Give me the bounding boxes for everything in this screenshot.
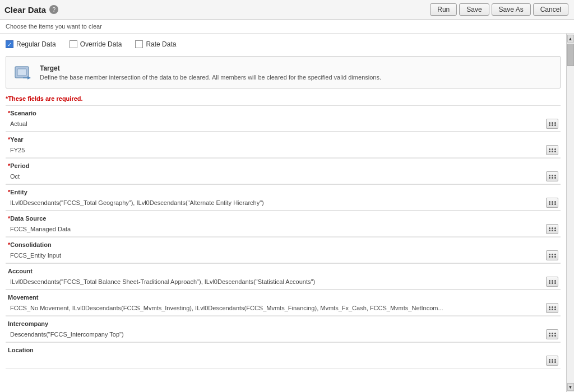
field-period-btn[interactable]: [546, 171, 558, 181]
checkbox-row: Regular Data Override Data Rate Data: [6, 38, 561, 50]
field-account-btn[interactable]: [546, 277, 558, 287]
required-note: *These fields are required.: [6, 95, 561, 102]
field-datasource-value: FCCS_Managed Data: [10, 226, 546, 232]
target-description: Define the base member intersection of t…: [40, 74, 381, 81]
checkbox-rate-data[interactable]: Rate Data: [135, 40, 176, 48]
run-button[interactable]: Run: [430, 3, 457, 16]
help-icon[interactable]: ?: [49, 5, 58, 14]
field-btn-icon: [549, 333, 556, 337]
field-intercompany-section: Intercompany Descendants("FCCS_Intercomp…: [6, 316, 561, 342]
checkbox-regular-data-label: Regular Data: [16, 40, 56, 48]
svg-marker-3: [27, 76, 31, 80]
field-intercompany-row: Descendants("FCCS_Intercompany Top"): [6, 328, 561, 342]
field-year-btn[interactable]: [546, 145, 558, 155]
checkbox-rate-data-box[interactable]: [135, 40, 143, 48]
field-consolidation-label: Consolidation: [6, 240, 561, 249]
field-account-label: Account: [6, 266, 561, 276]
field-scenario-btn[interactable]: [546, 119, 558, 129]
target-label: Target: [40, 64, 381, 72]
field-scenario-value: Actual: [10, 120, 546, 127]
field-entity-row: ILvl0Descendants("FCCS_Total Geography")…: [6, 197, 561, 211]
field-account-row: ILvl0Descendants("FCCS_Total Balance She…: [6, 276, 561, 290]
field-btn-icon: [549, 254, 556, 258]
field-movement-value: FCCS_No Movement, ILvl0Descendants(FCCS_…: [10, 305, 546, 311]
field-btn-icon: [549, 148, 556, 152]
field-btn-icon: [549, 122, 556, 126]
sub-header-text: Choose the items you want to clear: [6, 23, 102, 30]
sub-header: Choose the items you want to clear: [0, 20, 574, 34]
field-scenario-section: Scenario Actual: [6, 105, 561, 132]
field-datasource-label: Data Source: [6, 213, 561, 223]
field-btn-icon: [549, 280, 556, 284]
cancel-button[interactable]: Cancel: [533, 3, 568, 16]
field-period-section: Period Oct: [6, 158, 561, 184]
field-intercompany-btn[interactable]: [546, 329, 558, 339]
save-as-button[interactable]: Save As: [492, 3, 531, 16]
checkbox-override-data-box[interactable]: [70, 40, 77, 48]
fields-container: Scenario Actual Year: [6, 105, 561, 368]
field-intercompany-value: Descendants("FCCS_Intercompany Top"): [10, 331, 546, 338]
field-entity-label: Entity: [6, 187, 561, 197]
field-year-section: Year FY25: [6, 132, 561, 158]
field-account-section: Account ILvl0Descendants("FCCS_Total Bal…: [6, 263, 561, 290]
field-scenario-row: Actual: [6, 118, 561, 132]
header-bar: Clear Data ? Run Save Save As Cancel: [0, 0, 574, 20]
field-btn-icon: [549, 359, 556, 363]
page-wrapper: Clear Data ? Run Save Save As Cancel Cho…: [0, 0, 574, 392]
checkbox-rate-data-label: Rate Data: [146, 40, 176, 48]
header-left: Clear Data ?: [4, 5, 58, 15]
field-movement-section: Movement FCCS_No Movement, ILvl0Descenda…: [6, 290, 561, 316]
field-consolidation-section: Consolidation FCCS_Entity Input: [6, 237, 561, 263]
field-entity-btn[interactable]: [546, 198, 558, 208]
field-entity-section: Entity ILvl0Descendants("FCCS_Total Geog…: [6, 184, 561, 211]
target-icon: [13, 62, 33, 82]
field-entity-value: ILvl0Descendants("FCCS_Total Geography")…: [10, 199, 546, 206]
field-movement-label: Movement: [6, 292, 561, 302]
field-scenario-label: Scenario: [6, 108, 561, 118]
scrollbar-up[interactable]: ▲: [567, 35, 574, 43]
field-year-row: FY25: [6, 144, 561, 158]
checkbox-regular-data-box[interactable]: [6, 40, 13, 48]
field-intercompany-label: Intercompany: [6, 319, 561, 328]
field-consolidation-btn[interactable]: [546, 250, 558, 260]
field-movement-row: FCCS_No Movement, ILvl0Descendants(FCCS_…: [6, 302, 561, 316]
page-title: Clear Data: [4, 5, 46, 15]
field-btn-icon: [549, 227, 556, 231]
field-location-label: Location: [6, 345, 561, 354]
field-btn-icon: [549, 306, 556, 310]
field-btn-icon: [549, 201, 556, 205]
field-consolidation-row: FCCS_Entity Input: [6, 249, 561, 263]
content-area: Regular Data Override Data Rate Data: [0, 34, 566, 392]
field-period-row: Oct: [6, 170, 561, 184]
field-period-label: Period: [6, 161, 561, 170]
field-period-value: Oct: [10, 173, 546, 180]
field-year-value: FY25: [10, 147, 546, 153]
field-consolidation-value: FCCS_Entity Input: [10, 252, 546, 259]
scrollbar-down[interactable]: ▼: [567, 383, 574, 391]
target-info: Target Define the base member intersecti…: [40, 64, 381, 81]
scrollbar-thumb[interactable]: [567, 44, 574, 66]
field-datasource-btn[interactable]: [546, 224, 558, 234]
field-account-value: ILvl0Descendants("FCCS_Total Balance She…: [10, 278, 546, 285]
target-box: Target Define the base member intersecti…: [6, 56, 561, 88]
checkbox-override-data-label: Override Data: [80, 40, 122, 48]
checkbox-regular-data[interactable]: Regular Data: [6, 40, 56, 48]
save-button[interactable]: Save: [459, 3, 489, 16]
field-btn-icon: [549, 175, 556, 179]
svg-rect-1: [17, 69, 26, 76]
field-movement-btn[interactable]: [546, 303, 558, 313]
field-location-row: [6, 354, 561, 368]
field-location-section: Location: [6, 342, 561, 368]
main-content: Regular Data Override Data Rate Data: [0, 34, 574, 392]
field-location-btn[interactable]: [546, 356, 558, 366]
field-datasource-section: Data Source FCCS_Managed Data: [6, 211, 561, 237]
field-datasource-row: FCCS_Managed Data: [6, 223, 561, 237]
field-year-label: Year: [6, 134, 561, 144]
checkbox-override-data[interactable]: Override Data: [70, 40, 122, 48]
header-buttons: Run Save Save As Cancel: [430, 3, 568, 16]
scrollbar[interactable]: ▲ ▼: [566, 34, 574, 392]
